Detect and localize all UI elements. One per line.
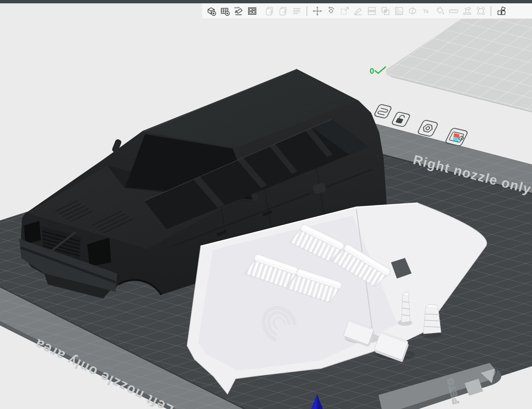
post-part-1[interactable]: [401, 292, 410, 323]
plate-filament-map-icon[interactable]: [445, 128, 468, 146]
auto-orient-icon[interactable]: AUTO: [233, 6, 244, 17]
copy-object-label: O: [269, 10, 272, 14]
plate-badge-number: 0: [370, 66, 374, 76]
copy-object-icon[interactable]: O: [264, 6, 275, 17]
lay-flat-tool-icon[interactable]: [353, 6, 364, 17]
main-toolbar: AUTOOPTa: [202, 3, 532, 19]
scale-tool-icon[interactable]: [339, 6, 350, 17]
measure-tool-icon[interactable]: [448, 6, 459, 17]
plate-lock-icon[interactable]: [391, 112, 411, 127]
check-icon: [375, 67, 386, 73]
slicer-3d-viewport[interactable]: Left nozzle only area Right nozzle only …: [0, 0, 532, 409]
text-tool-label: Ta: [423, 8, 429, 14]
cut-tool-icon[interactable]: [407, 6, 418, 17]
add-plate-icon[interactable]: [219, 6, 230, 17]
seam-tool-icon[interactable]: [475, 6, 486, 17]
object-list-icon[interactable]: [291, 6, 302, 17]
move-tool-icon[interactable]: [312, 6, 323, 17]
support-paint-tool-icon[interactable]: [462, 6, 473, 17]
plate-label-icon[interactable]: [374, 104, 392, 119]
auto-orient-label: AUTO: [234, 7, 240, 9]
plate-settings-icon[interactable]: [417, 120, 438, 137]
toolbar-separator: [491, 6, 491, 16]
arrange-all-icon[interactable]: [247, 6, 258, 17]
paste-object-label: P: [282, 10, 285, 14]
window-top-strip: [0, 0, 532, 3]
fill-plate-tool-icon[interactable]: [394, 6, 405, 17]
plate-status-badge: 0: [370, 66, 386, 76]
rotate-tool-icon[interactable]: [325, 6, 337, 17]
add-model-icon[interactable]: [206, 6, 217, 17]
paste-object-icon[interactable]: P: [278, 6, 289, 17]
split-objects-tool-icon[interactable]: [366, 6, 377, 17]
scene-canvas: Left nozzle only area Right nozzle only …: [0, 0, 532, 409]
color-paint-tool-icon[interactable]: [434, 6, 445, 17]
combine-tool-icon[interactable]: [380, 6, 391, 17]
text-tool-icon[interactable]: Ta: [421, 6, 432, 17]
assembly-view-icon[interactable]: [496, 6, 507, 17]
toolbar-separator: [307, 6, 307, 16]
